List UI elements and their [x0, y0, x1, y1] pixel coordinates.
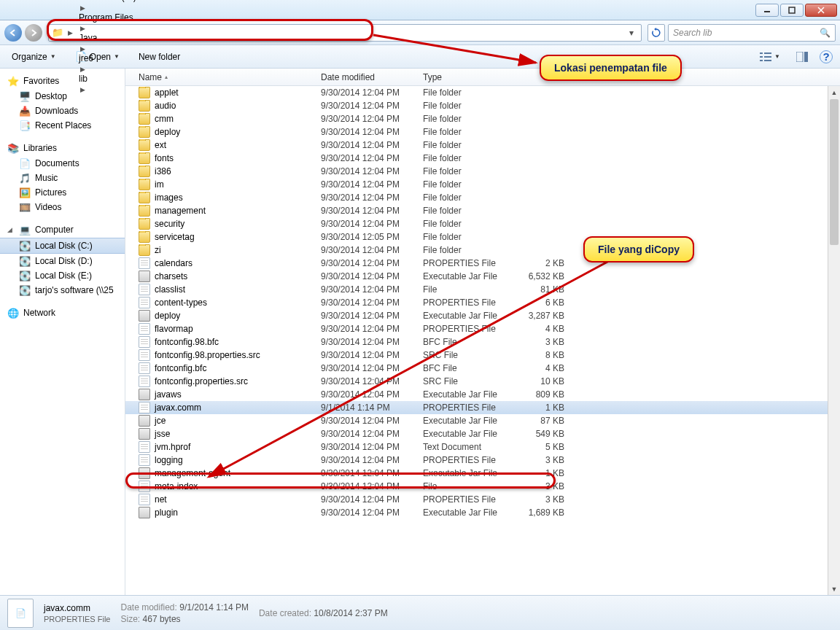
file-size: 1,689 KB: [512, 508, 570, 518]
file-row[interactable]: classlist9/30/2014 12:04 PMFile81 KB: [125, 283, 840, 296]
file-row[interactable]: charsets9/30/2014 12:04 PMExecutable Jar…: [125, 270, 840, 283]
address-dropdown[interactable]: ▾: [625, 28, 638, 38]
folder-icon: [139, 192, 150, 203]
file-date: 9/30/2014 12:04 PM: [315, 271, 417, 281]
file-type: PROPERTIES File: [417, 324, 512, 334]
file-row[interactable]: management9/30/2014 12:04 PMFile folder: [125, 204, 840, 217]
sidebar-item-network-drive[interactable]: 💽tarjo's software (\\25: [0, 283, 125, 298]
sidebar-item-recent[interactable]: 📑Recent Places: [0, 118, 125, 133]
file-row[interactable]: ext9/30/2014 12:04 PMFile folder: [125, 139, 840, 152]
column-type[interactable]: Type: [417, 72, 512, 82]
file-row[interactable]: calendars9/30/2014 12:04 PMPROPERTIES Fi…: [125, 257, 840, 270]
breadcrumb-item[interactable]: jre6: [77, 53, 138, 63]
jar-icon: [139, 467, 150, 479]
file-name: management: [155, 206, 206, 216]
refresh-button[interactable]: [648, 24, 665, 42]
file-row[interactable]: servicetag9/30/2014 12:05 PMFile folder: [125, 230, 840, 244]
file-name: net: [155, 494, 167, 505]
file-size: 3 KB: [512, 481, 570, 491]
close-button[interactable]: [805, 4, 837, 17]
sidebar-item-documents[interactable]: 📄Documents: [0, 156, 125, 171]
file-name: jce: [155, 416, 166, 426]
file-row[interactable]: fontconfig.bfc9/30/2014 12:04 PMBFC File…: [125, 362, 840, 375]
file-row[interactable]: meta-index9/30/2014 12:04 PMFile3 KB: [125, 480, 840, 493]
file-row[interactable]: zi9/30/2014 12:04 PMFile folder: [125, 244, 840, 257]
file-row[interactable]: jce9/30/2014 12:04 PMExecutable Jar File…: [125, 414, 840, 427]
column-date[interactable]: Date modified: [315, 72, 417, 82]
new-folder-button[interactable]: New folder: [134, 50, 184, 64]
file-row[interactable]: jsse9/30/2014 12:04 PMExecutable Jar Fil…: [125, 427, 840, 440]
sidebar-item-disk-c[interactable]: 💽Local Disk (C:): [0, 238, 125, 254]
file-date: 9/30/2014 12:04 PM: [315, 337, 417, 347]
file-row[interactable]: fontconfig.98.bfc9/30/2014 12:04 PMBFC F…: [125, 335, 840, 349]
sidebar-item-videos[interactable]: 🎞️Videos: [0, 200, 125, 214]
scroll-down-icon[interactable]: ▼: [828, 583, 840, 595]
file-type: PROPERTIES File: [417, 258, 512, 268]
forward-button[interactable]: [25, 24, 42, 42]
file-row[interactable]: i3869/30/2014 12:04 PMFile folder: [125, 165, 840, 178]
breadcrumb-item[interactable]: Local Disk (C:): [77, 0, 138, 2]
file-row[interactable]: fonts9/30/2014 12:04 PMFile folder: [125, 152, 840, 165]
file-name: plugin: [155, 508, 178, 518]
sidebar-item-music[interactable]: 🎵Music: [0, 171, 125, 185]
file-row[interactable]: logging9/30/2014 12:04 PMPROPERTIES File…: [125, 454, 840, 467]
column-name[interactable]: Name▴: [133, 72, 315, 82]
address-bar[interactable]: 📁 ▶ Computer▶Local Disk (C:)▶Program Fil…: [48, 24, 642, 42]
file-row[interactable]: management-agent9/30/2014 12:04 PMExecut…: [125, 467, 840, 480]
file-row[interactable]: security9/30/2014 12:04 PMFile folder: [125, 217, 840, 230]
view-options-button[interactable]: ▼: [755, 50, 785, 64]
file-date: 9/30/2014 12:04 PM: [315, 311, 417, 321]
sidebar-item-downloads[interactable]: 📥Downloads: [0, 104, 125, 118]
file-date: 9/30/2014 12:04 PM: [315, 468, 417, 478]
file-row[interactable]: javax.comm9/1/2014 1:14 PMPROPERTIES Fil…: [125, 401, 840, 414]
network-heading[interactable]: 🌐Network: [0, 305, 125, 321]
breadcrumb-item[interactable]: Program Files: [77, 12, 138, 23]
file-row[interactable]: flavormap9/30/2014 12:04 PMPROPERTIES Fi…: [125, 322, 840, 335]
file-name: deploy: [155, 311, 180, 321]
svg-rect-1: [789, 7, 795, 13]
libraries-heading[interactable]: 📚Libraries: [0, 140, 125, 156]
file-name: audio: [155, 101, 176, 111]
folder-icon: [139, 100, 150, 112]
folder-icon: [139, 205, 150, 217]
file-row[interactable]: content-types9/30/2014 12:04 PMPROPERTIE…: [125, 296, 840, 309]
file-type: PROPERTIES File: [417, 455, 512, 465]
search-input[interactable]: Search lib 🔍: [668, 24, 836, 42]
preview-pane-button[interactable]: [792, 50, 812, 64]
file-date: 9/30/2014 12:04 PM: [315, 166, 417, 176]
back-button[interactable]: [4, 24, 22, 42]
breadcrumb-item[interactable]: Java: [77, 33, 138, 43]
file-row[interactable]: deploy9/30/2014 12:04 PMExecutable Jar F…: [125, 309, 840, 322]
file-row[interactable]: javaws9/30/2014 12:04 PMExecutable Jar F…: [125, 388, 840, 401]
file-row[interactable]: jvm.hprof9/30/2014 12:04 PMText Document…: [125, 440, 840, 454]
sidebar-item-disk-d[interactable]: 💽Local Disk (D:): [0, 254, 125, 268]
file-row[interactable]: cmm9/30/2014 12:04 PMFile folder: [125, 112, 840, 125]
sidebar-item-pictures[interactable]: 🖼️Pictures: [0, 185, 125, 200]
file-size: 3 KB: [512, 455, 570, 465]
file-row[interactable]: deploy9/30/2014 12:04 PMFile folder: [125, 125, 840, 139]
file-row[interactable]: images9/30/2014 12:04 PMFile folder: [125, 191, 840, 204]
file-list[interactable]: applet9/30/2014 12:04 PMFile folderaudio…: [125, 86, 840, 595]
file-row[interactable]: plugin9/30/2014 12:04 PMExecutable Jar F…: [125, 506, 840, 519]
sidebar-item-disk-e[interactable]: 💽Local Disk (E:): [0, 268, 125, 283]
file-row[interactable]: net9/30/2014 12:04 PMPROPERTIES File3 KB: [125, 493, 840, 506]
file-row[interactable]: applet9/30/2014 12:04 PMFile folder: [125, 86, 840, 99]
annotation-bubble-location: Lokasi penempatan file: [540, 55, 682, 81]
computer-heading[interactable]: ◢💻Computer: [0, 222, 125, 238]
minimize-button[interactable]: [755, 4, 779, 17]
organize-button[interactable]: Organize▼: [7, 50, 61, 64]
crumb-separator: ▶: [77, 86, 88, 93]
help-button[interactable]: ?: [820, 50, 833, 63]
scroll-thumb[interactable]: [830, 99, 839, 245]
file-row[interactable]: im9/30/2014 12:04 PMFile folder: [125, 178, 840, 191]
file-row[interactable]: fontconfig.98.properties.src9/30/2014 12…: [125, 349, 840, 362]
maximize-button[interactable]: [780, 4, 804, 17]
file-row[interactable]: audio9/30/2014 12:04 PMFile folder: [125, 99, 840, 112]
file-name: jvm.hprof: [155, 442, 190, 452]
file-name: fonts: [155, 153, 174, 163]
scroll-up-icon[interactable]: ▲: [828, 86, 840, 98]
vertical-scrollbar[interactable]: ▲ ▼: [828, 86, 840, 595]
details-filename: javax.comm: [44, 603, 111, 613]
file-name: deploy: [155, 127, 180, 137]
file-row[interactable]: fontconfig.properties.src9/30/2014 12:04…: [125, 375, 840, 388]
